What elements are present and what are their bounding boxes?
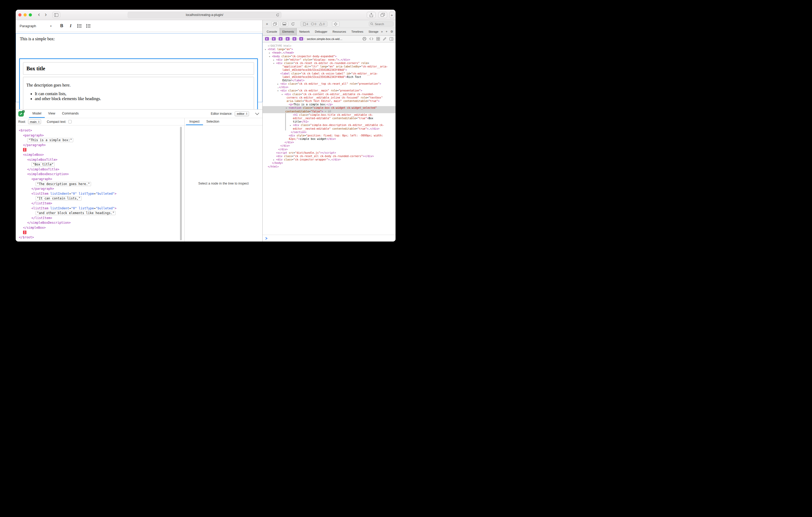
root-select[interactable]: main ▲▼ [28, 119, 41, 124]
dom-tree-line[interactable]: ▾<div class="ck ck-content ck-editor__ed… [263, 93, 396, 96]
side-tab-inspect[interactable]: Inspect [186, 118, 203, 125]
error-count-badge[interactable]: 0 [311, 23, 316, 26]
inspector-tab-view[interactable]: View [45, 110, 59, 118]
simple-box-widget[interactable]: Box title The description goes here. It … [19, 58, 258, 115]
rich-text-editable[interactable]: This is a simple box: Box title The desc… [16, 33, 262, 102]
dom-tree-line[interactable]: ▸<div class="ck ck-editor__top ck-reset_… [263, 82, 396, 86]
dom-tree-line[interactable]: Editor</label> [263, 79, 396, 82]
dom-tree-line[interactable]: <p>This is a simple box:</p> [263, 103, 396, 106]
print-icon[interactable] [362, 37, 366, 40]
numbered-list-button[interactable] [75, 22, 84, 30]
dom-tree-line[interactable]: <!DOCTYPE html> [263, 44, 396, 48]
model-tree-line[interactable]: <simpleBox> [16, 152, 184, 157]
breadcrumb-current[interactable]: section.simple-box.ck-wid… [307, 37, 342, 40]
zoom-window-button[interactable] [29, 13, 32, 17]
dom-tree-line[interactable]: aria-label="Rich Text Editor, main" cont… [263, 99, 396, 103]
editor-instance-select[interactable]: editor ▲▼ [235, 111, 249, 116]
breadcrumb-element[interactable]: E [272, 37, 276, 40]
model-tree-line[interactable]: "This is a simple box:" [16, 138, 184, 143]
breadcrumb-element[interactable]: E [299, 37, 303, 40]
detach-inspector-button[interactable] [271, 21, 279, 27]
settings-gear-icon[interactable]: ⚙ [390, 30, 393, 33]
model-tree-line[interactable]: <listItem listIndent="0" listType="bulle… [16, 206, 184, 211]
tab-overview-button[interactable] [378, 12, 387, 18]
content-list-item[interactable]: and other block elements like headings. [35, 96, 251, 101]
simple-box-title[interactable]: Box title [23, 62, 254, 75]
model-tree-line[interactable]: [ [16, 147, 184, 152]
search-input[interactable] [374, 22, 391, 26]
grid-overlay-icon[interactable] [376, 37, 380, 40]
dom-tree-line[interactable]: editor__nested-editable" contenteditable… [263, 117, 396, 120]
address-bar[interactable]: localhost/creating-a-plugin/ [128, 12, 282, 18]
dom-tree-line[interactable]: </body> [263, 161, 396, 165]
model-tree-line[interactable]: "It can contain lists," [16, 196, 184, 201]
model-tree-line[interactable]: </$root> [16, 235, 184, 240]
model-tree-line[interactable]: ] [16, 230, 184, 235]
warning-count-badge[interactable]: 0 [319, 23, 325, 26]
model-tree-line[interactable]: </listItem> [16, 201, 184, 206]
dom-tree-line[interactable]: </div> [263, 141, 396, 144]
bold-button[interactable]: B [57, 22, 66, 30]
devtools-tab-debugger[interactable]: Debugger [312, 28, 330, 35]
model-tree-line[interactable]: </simpleBoxDescription> [16, 220, 184, 225]
dom-tree-line[interactable]: ▾<div class="ck ck-editor__main" role="p… [263, 89, 396, 92]
dom-tree-line[interactable]: …</div> [263, 86, 396, 89]
dom-tree-line[interactable]: ▸<head>…</head> [263, 51, 396, 54]
dom-tree-line[interactable]: ▾<html lang="en"> [263, 48, 396, 51]
dom-tree-line[interactable]: <label class="ck ck-label ck-voice-label… [263, 72, 396, 75]
devtools-tab-storage[interactable]: Storage [366, 28, 381, 35]
model-tree-line[interactable]: </simpleBox> [16, 225, 184, 230]
dom-tree-line[interactable]: </div> [263, 144, 396, 147]
inspector-tab-model[interactable]: Model [29, 110, 45, 118]
resource-count-badge[interactable]: 4 [303, 23, 308, 26]
close-window-button[interactable] [18, 13, 22, 17]
dom-tree-line[interactable]: </html> [263, 165, 396, 168]
dom-tree-line[interactable]: </div> [263, 148, 396, 151]
dom-tree-line[interactable]: label_e63cbbfece34c53ce23501062343f49b8"… [263, 75, 396, 79]
dom-tree-line[interactable]: ▸<div id="editor" style="display: none;"… [263, 58, 396, 61]
model-tree-line[interactable]: </listItem> [16, 216, 184, 221]
model-tree-scrollbar[interactable] [180, 127, 182, 240]
dom-tree-line[interactable]: ▸<div class="simple-box-description ck-e… [263, 123, 396, 127]
add-tab-button[interactable]: + [385, 30, 387, 33]
devtools-tab-console[interactable]: Console [264, 28, 280, 35]
element-picker-button[interactable] [332, 21, 340, 27]
new-tab-button[interactable]: + [389, 12, 395, 18]
compact-text-checkbox[interactable] [68, 120, 72, 123]
dom-tree-line[interactable]: "application" dir="ltr" lang="en" aria-l… [263, 65, 396, 68]
italic-button[interactable]: I [66, 22, 75, 30]
intro-paragraph[interactable]: This is a simple box: [20, 37, 262, 41]
dom-tree-line[interactable]: editor__nested-editable" contenteditable… [263, 127, 396, 130]
dom-tree-line[interactable]: corners ck-editor__editable_inline ck-fo… [263, 96, 396, 99]
dom-tree-line[interactable]: contenteditable="false"> = $0 [263, 110, 396, 113]
side-tab-selection[interactable]: Selection [203, 118, 223, 125]
dom-tree-line[interactable]: <script src="dist/bundle.js"></script> [263, 151, 396, 154]
collapse-inspector-button[interactable] [255, 113, 259, 115]
breadcrumb-element[interactable]: E [265, 37, 269, 40]
minimize-window-button[interactable] [24, 13, 27, 17]
dom-tree-line[interactable]: title</h1> [263, 120, 396, 123]
breadcrumb-element[interactable]: E [279, 37, 283, 40]
model-tree-line[interactable]: "Box title" [16, 162, 184, 167]
dom-tree-line[interactable]: ▾<div class="ck ck-reset ck-editor ck-ro… [263, 61, 396, 65]
sidebar-toggle-button[interactable] [52, 12, 60, 18]
dom-tree-line[interactable]: <div class="ck ck-reset_all ck-body ck-r… [263, 154, 396, 158]
reload-icon[interactable] [276, 13, 280, 17]
devtools-tab-resources[interactable]: Resources [330, 28, 349, 35]
model-tree-line[interactable]: <simpleBoxTitle> [16, 157, 184, 162]
share-button[interactable] [367, 12, 376, 18]
dock-bottom-button[interactable] [281, 21, 288, 27]
forward-button[interactable]: › [42, 11, 49, 18]
bulleted-list-button[interactable] [84, 22, 93, 30]
simple-box-description[interactable]: The description goes here. It can contai… [23, 77, 254, 111]
model-tree-line[interactable]: <paragraph> [16, 133, 184, 138]
details-sidebar-icon[interactable] [389, 37, 393, 40]
devtools-tab-network[interactable]: Network [297, 28, 312, 35]
back-button[interactable]: ‹ [36, 11, 42, 18]
model-tree-line[interactable]: </paragraph> [16, 186, 184, 191]
model-tree-line[interactable]: "The description goes here." [16, 182, 184, 187]
breadcrumb-element[interactable]: E [292, 37, 296, 40]
model-tree-line[interactable]: <listItem listIndent="0" listType="bulle… [16, 191, 184, 196]
dom-tree-line[interactable]: label_e63cbbfece34c53ce23501062343f49b8"… [263, 68, 396, 71]
reload-page-button[interactable] [290, 21, 296, 27]
